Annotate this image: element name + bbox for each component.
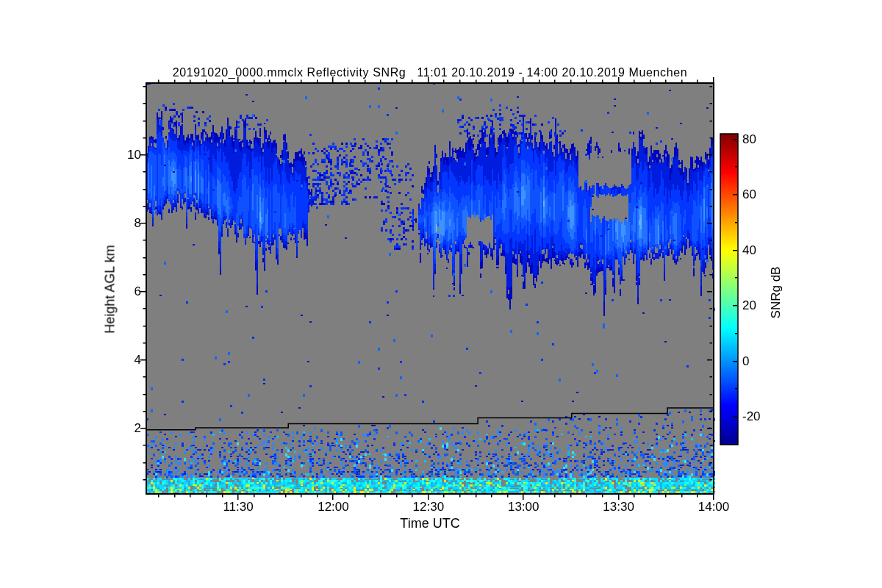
x-tick-label: 14:00 (690, 500, 737, 514)
y-tick-label: 10 (109, 148, 141, 162)
colorbar-tick-label: 0 (742, 355, 778, 368)
colorbar-label: SNRg dB (769, 261, 784, 324)
x-tick-label: 12:00 (309, 500, 356, 514)
radar-quicklook-figure: 20191020_0000.mmclx Reflectivity SNRg 11… (0, 0, 882, 588)
x-tick-label: 12:30 (405, 500, 452, 514)
figure-title: 20191020_0000.mmclx Reflectivity SNRg 11… (146, 66, 714, 79)
colorbar-tick-label: 80 (742, 133, 778, 146)
colorbar-tick-label: 60 (742, 188, 778, 201)
y-tick-label: 6 (109, 285, 141, 298)
colorbar-tick-label: -20 (742, 410, 778, 423)
x-tick-label: 11:30 (215, 500, 262, 514)
x-tick-label: 13:30 (595, 500, 642, 514)
y-tick-label: 4 (109, 354, 141, 367)
colorbar-tick-label: 20 (742, 299, 778, 312)
x-axis-label: Time UTC (377, 516, 483, 531)
colorbar-tick-label: 40 (742, 244, 778, 257)
x-tick-label: 13:00 (500, 500, 547, 514)
y-tick-label: 8 (109, 217, 141, 230)
y-tick-label: 2 (109, 422, 141, 435)
